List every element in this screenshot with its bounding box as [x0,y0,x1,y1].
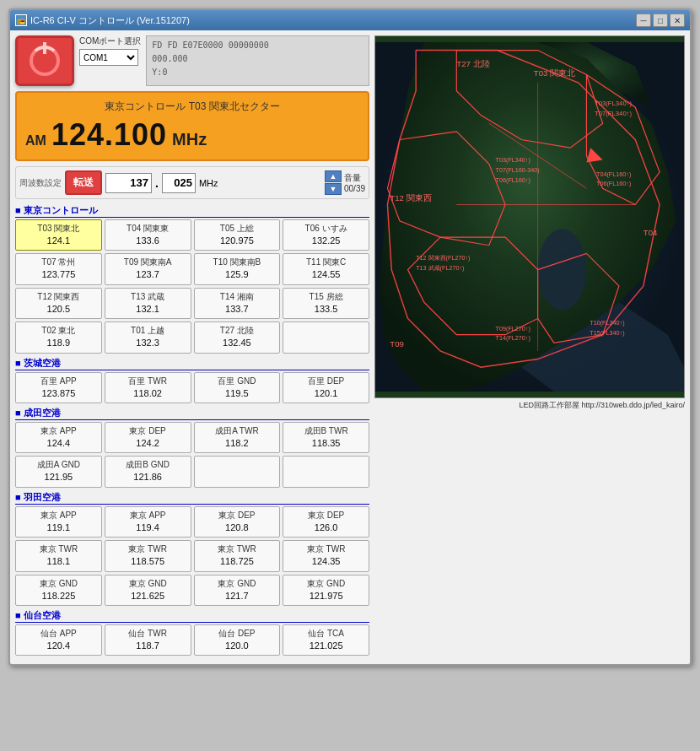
freq-button[interactable]: 東京 TWR118.575 [105,540,191,571]
freq-button[interactable]: T27 北陸132.45 [194,321,281,353]
freq-button[interactable]: 東京 APP119.4 [105,506,191,538]
freq-button[interactable]: T13 武蔵132.1 [105,288,191,319]
freq-btn-freq: 124.2 [136,437,159,450]
freq-btn-name: T10 関東南B [213,257,261,268]
freq-btn-name: 東京 DEP [129,425,165,437]
svg-text:T10(FL340↑): T10(FL340↑) [590,319,624,327]
freq-button[interactable]: T06 いすみ132.25 [283,219,369,251]
freq-btn-name: 東京 GND [307,578,345,590]
freq-btn-freq: 123.7 [136,268,159,281]
freq-btn-name: 成田B GND [126,459,170,471]
freq-btn-freq: 132.1 [136,303,159,316]
freq-btn-name: 東京 GND [218,578,256,590]
freq-btn-name: T03 関東北 [37,223,79,235]
volume-up-button[interactable]: ▲ [325,170,342,182]
freq-button[interactable]: 仙台 APP120.4 [15,624,102,656]
freq-btn-freq: 124.35 [312,555,341,568]
freq-button[interactable]: 東京 GND121.625 [105,575,191,606]
freq-btn-freq: 120.1 [315,387,338,400]
freq-button[interactable]: 東京 DEP120.8 [194,506,281,538]
freq-button[interactable]: T15 房総133.5 [283,288,369,319]
freq-button[interactable]: T09 関東南A123.7 [105,253,191,284]
freq-main: AM 124.100 MHz [25,117,359,153]
freq-button[interactable]: 成田B GND121.86 [105,456,191,487]
power-icon [30,46,60,76]
freq-btn-freq: 120.975 [220,235,254,247]
close-button[interactable]: ✕ [670,14,685,27]
send-button[interactable]: 転送 [65,170,102,195]
svg-text:T07(FL160-340): T07(FL160-340) [496,166,540,174]
sector-label: 東京コントロール T03 関東北セクター [25,100,359,114]
freq-button[interactable]: T04 関東東133.6 [105,219,191,251]
main-window: 📻 IC-R6 CI-V コントロール (Ver.151207) ─ □ ✕ C… [8,8,692,666]
freq-btn-freq: 121.95 [45,471,73,484]
map-svg: T27 北陸 T03 関東北 T03(FL340↑) T07(FL340↑) T… [375,36,684,397]
volume-down-button[interactable]: ▼ [325,183,342,195]
freq-button[interactable]: 仙台 TWR118.7 [105,624,191,656]
freq-button[interactable]: 百里 GND119.5 [194,372,281,403]
freq-button[interactable]: 成田A TWR118.2 [194,422,281,453]
freq-button[interactable]: 東京 TWR118.725 [194,540,281,571]
freq-btn-freq: 123.775 [41,268,75,281]
com-port-select[interactable]: COM1 COM2 COM3 COM4 [79,49,138,66]
freq-btn-name: 百里 TWR [128,376,167,387]
freq-button[interactable]: 百里 APP123.875 [15,372,102,403]
freq-btn-name: T09 関東南A [124,257,172,268]
svg-text:T06(FL160↑): T06(FL160↑) [596,180,631,187]
freq-btn-freq: 126.0 [315,521,338,534]
svg-text:T09(FL270↑): T09(FL270↑) [496,325,530,332]
title-bar-left: 📻 IC-R6 CI-V コントロール (Ver.151207) [15,14,190,27]
freq-button[interactable]: T12 関東西120.5 [15,288,102,319]
freq-grid: 東京 APP119.1東京 APP119.4東京 DEP120.8東京 DEP1… [15,506,369,606]
freq-input-main[interactable] [105,173,152,193]
freq-button[interactable]: T02 東北118.9 [15,321,102,353]
freq-mhz-label: MHz [199,178,218,188]
freq-button[interactable]: T03 関東北124.1 [15,219,102,251]
vol-label: 音量 [344,172,365,184]
freq-button[interactable]: 東京 TWR118.1 [15,540,102,571]
section-header: ■ 東京コントロール [15,204,369,218]
freq-button[interactable]: 仙台 TCA121.025 [283,624,369,656]
freq-button[interactable]: 東京 DEP124.2 [105,422,191,453]
freq-button[interactable]: 東京 APP124.4 [15,422,102,453]
freq-btn-freq: 118.225 [41,590,75,602]
freq-btn-name: T01 上越 [131,325,164,337]
freq-button[interactable]: T07 常州123.775 [15,253,102,284]
freq-button[interactable]: 百里 TWR118.02 [105,372,191,403]
freq-grid: 仙台 APP120.4仙台 TWR118.7仙台 DEP120.0仙台 TCA1… [15,624,369,656]
freq-button[interactable]: 東京 DEP126.0 [283,506,369,538]
freq-button[interactable]: 仙台 DEP120.0 [194,624,281,656]
freq-button[interactable]: 東京 TWR124.35 [283,540,369,571]
freq-button[interactable]: T10 関東南B125.9 [194,253,281,284]
freq-set-row: 周波数設定 転送 . MHz ▲ ▼ 音量 00/39 [15,166,369,199]
freq-btn-freq: 119.1 [47,521,71,534]
freq-button[interactable]: T14 湘南133.7 [194,288,281,319]
app-icon: 📻 [15,14,27,26]
freq-button[interactable]: T05 上総120.975 [194,219,281,251]
maximize-button[interactable]: □ [653,14,668,27]
freq-button [283,456,369,487]
freq-btn-freq: 124.1 [47,235,71,247]
freq-grid: 東京 APP124.4東京 DEP124.2成田A TWR118.2成田B TW… [15,422,369,488]
freq-button[interactable]: 成田A GND121.95 [15,456,102,487]
window-title: IC-R6 CI-V コントロール (Ver.151207) [30,14,190,27]
freq-button[interactable]: 東京 GND121.7 [194,575,281,606]
freq-btn-freq: 132.25 [312,235,341,247]
freq-btn-name: 東京 DEP [308,510,344,521]
minimize-button[interactable]: ─ [636,14,651,27]
freq-button[interactable]: 成田B TWR118.35 [283,422,369,453]
freq-btn-freq: 124.55 [312,268,341,281]
freq-button[interactable]: 百里 DEP120.1 [283,372,369,403]
power-button[interactable] [15,35,74,86]
volume-arrows: ▲ ▼ [325,170,342,195]
freq-btn-freq: 133.5 [315,303,338,316]
right-panel: T27 北陸 T03 関東北 T03(FL340↑) T07(FL340↑) T… [374,35,685,659]
freq-button[interactable]: T11 関東C124.55 [283,253,369,284]
freq-button[interactable]: 東京 GND118.225 [15,575,102,606]
freq-button[interactable]: 東京 APP119.1 [15,506,102,538]
freq-button[interactable]: 東京 GND121.975 [283,575,369,606]
freq-btn-name: T05 上総 [220,223,254,235]
freq-button [283,321,369,353]
freq-input-sub[interactable] [162,173,196,193]
freq-button[interactable]: T01 上越132.3 [105,321,191,353]
